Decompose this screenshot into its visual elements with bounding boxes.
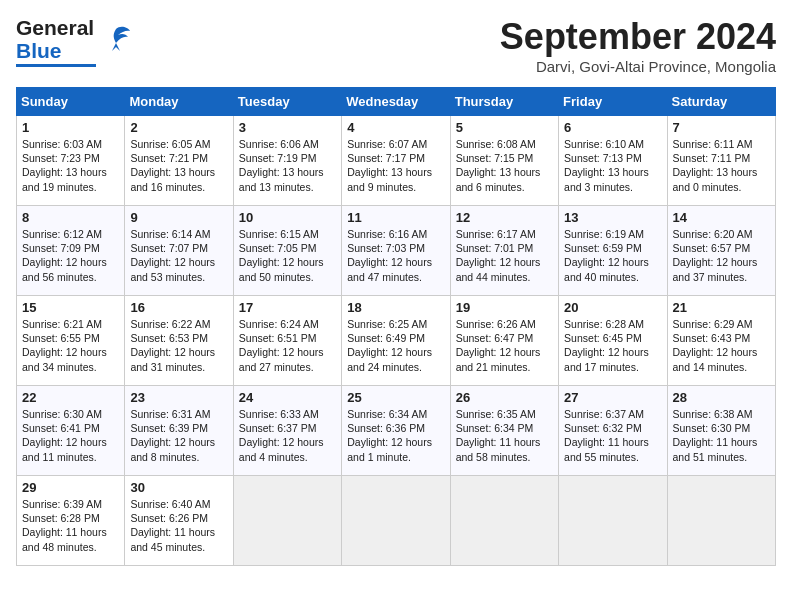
day-info: Daylight: 12 hours bbox=[130, 435, 227, 449]
title-block: September 2024 Darvi, Govi-Altai Provinc… bbox=[500, 16, 776, 75]
day-info: Sunrise: 6:17 AM bbox=[456, 227, 553, 241]
calendar-cell bbox=[342, 476, 450, 566]
day-info: Sunrise: 6:15 AM bbox=[239, 227, 336, 241]
day-info: Sunset: 6:39 PM bbox=[130, 421, 227, 435]
day-info: and 1 minute. bbox=[347, 450, 444, 464]
day-info: Daylight: 11 hours bbox=[22, 525, 119, 539]
day-info: Daylight: 12 hours bbox=[673, 345, 770, 359]
calendar-cell: 21Sunrise: 6:29 AMSunset: 6:43 PMDayligh… bbox=[667, 296, 775, 386]
day-info: Sunrise: 6:19 AM bbox=[564, 227, 661, 241]
calendar-cell: 14Sunrise: 6:20 AMSunset: 6:57 PMDayligh… bbox=[667, 206, 775, 296]
logo-bird-icon bbox=[98, 21, 134, 57]
day-number: 1 bbox=[22, 120, 119, 135]
calendar-cell bbox=[233, 476, 341, 566]
day-info: Daylight: 12 hours bbox=[347, 435, 444, 449]
day-info: Sunset: 6:55 PM bbox=[22, 331, 119, 345]
calendar-cell: 23Sunrise: 6:31 AMSunset: 6:39 PMDayligh… bbox=[125, 386, 233, 476]
calendar-cell bbox=[559, 476, 667, 566]
calendar-cell: 26Sunrise: 6:35 AMSunset: 6:34 PMDayligh… bbox=[450, 386, 558, 476]
day-info: Daylight: 13 hours bbox=[673, 165, 770, 179]
day-info: and 31 minutes. bbox=[130, 360, 227, 374]
day-info: and 14 minutes. bbox=[673, 360, 770, 374]
day-info: Daylight: 12 hours bbox=[22, 435, 119, 449]
day-info: Daylight: 12 hours bbox=[673, 255, 770, 269]
logo-divider bbox=[16, 64, 96, 67]
day-info: and 47 minutes. bbox=[347, 270, 444, 284]
day-info: and 44 minutes. bbox=[456, 270, 553, 284]
week-row-2: 8Sunrise: 6:12 AMSunset: 7:09 PMDaylight… bbox=[17, 206, 776, 296]
day-info: Daylight: 12 hours bbox=[22, 255, 119, 269]
header-row: SundayMondayTuesdayWednesdayThursdayFrid… bbox=[17, 88, 776, 116]
day-info: Sunset: 6:53 PM bbox=[130, 331, 227, 345]
day-info: Sunset: 7:17 PM bbox=[347, 151, 444, 165]
day-info: and 11 minutes. bbox=[22, 450, 119, 464]
day-info: Sunrise: 6:21 AM bbox=[22, 317, 119, 331]
day-info: Sunrise: 6:05 AM bbox=[130, 137, 227, 151]
day-info: Sunrise: 6:29 AM bbox=[673, 317, 770, 331]
day-info: Daylight: 11 hours bbox=[130, 525, 227, 539]
day-number: 8 bbox=[22, 210, 119, 225]
calendar-cell: 9Sunrise: 6:14 AMSunset: 7:07 PMDaylight… bbox=[125, 206, 233, 296]
calendar-cell: 2Sunrise: 6:05 AMSunset: 7:21 PMDaylight… bbox=[125, 116, 233, 206]
logo-blue: Blue bbox=[16, 39, 62, 62]
day-info: Sunrise: 6:07 AM bbox=[347, 137, 444, 151]
day-number: 2 bbox=[130, 120, 227, 135]
day-info: Sunrise: 6:22 AM bbox=[130, 317, 227, 331]
calendar-cell: 27Sunrise: 6:37 AMSunset: 6:32 PMDayligh… bbox=[559, 386, 667, 476]
calendar-cell: 4Sunrise: 6:07 AMSunset: 7:17 PMDaylight… bbox=[342, 116, 450, 206]
day-info: Daylight: 12 hours bbox=[564, 345, 661, 359]
day-number: 20 bbox=[564, 300, 661, 315]
day-info: Daylight: 12 hours bbox=[347, 255, 444, 269]
day-info: Daylight: 12 hours bbox=[130, 255, 227, 269]
day-number: 24 bbox=[239, 390, 336, 405]
day-info: Sunrise: 6:14 AM bbox=[130, 227, 227, 241]
day-info: and 48 minutes. bbox=[22, 540, 119, 554]
day-number: 28 bbox=[673, 390, 770, 405]
day-info: Sunset: 7:21 PM bbox=[130, 151, 227, 165]
day-info: Sunrise: 6:31 AM bbox=[130, 407, 227, 421]
calendar-cell: 11Sunrise: 6:16 AMSunset: 7:03 PMDayligh… bbox=[342, 206, 450, 296]
day-info: and 50 minutes. bbox=[239, 270, 336, 284]
day-info: Sunset: 6:41 PM bbox=[22, 421, 119, 435]
calendar-cell: 5Sunrise: 6:08 AMSunset: 7:15 PMDaylight… bbox=[450, 116, 558, 206]
day-info: Sunset: 6:30 PM bbox=[673, 421, 770, 435]
day-info: Sunrise: 6:34 AM bbox=[347, 407, 444, 421]
day-number: 21 bbox=[673, 300, 770, 315]
day-number: 7 bbox=[673, 120, 770, 135]
calendar-cell: 29Sunrise: 6:39 AMSunset: 6:28 PMDayligh… bbox=[17, 476, 125, 566]
day-info: Sunset: 6:26 PM bbox=[130, 511, 227, 525]
day-info: Sunset: 6:47 PM bbox=[456, 331, 553, 345]
day-info: Daylight: 13 hours bbox=[239, 165, 336, 179]
day-info: Sunrise: 6:24 AM bbox=[239, 317, 336, 331]
logo: General Blue bbox=[16, 16, 134, 67]
calendar-cell: 16Sunrise: 6:22 AMSunset: 6:53 PMDayligh… bbox=[125, 296, 233, 386]
calendar-cell: 17Sunrise: 6:24 AMSunset: 6:51 PMDayligh… bbox=[233, 296, 341, 386]
day-info: and 21 minutes. bbox=[456, 360, 553, 374]
day-info: Sunset: 6:43 PM bbox=[673, 331, 770, 345]
day-number: 30 bbox=[130, 480, 227, 495]
day-info: Sunrise: 6:20 AM bbox=[673, 227, 770, 241]
day-info: Sunrise: 6:08 AM bbox=[456, 137, 553, 151]
day-info: Daylight: 13 hours bbox=[456, 165, 553, 179]
day-info: Sunrise: 6:26 AM bbox=[456, 317, 553, 331]
day-info: Sunrise: 6:10 AM bbox=[564, 137, 661, 151]
day-info: and 51 minutes. bbox=[673, 450, 770, 464]
day-info: Sunrise: 6:40 AM bbox=[130, 497, 227, 511]
day-info: and 17 minutes. bbox=[564, 360, 661, 374]
day-info: and 19 minutes. bbox=[22, 180, 119, 194]
day-number: 25 bbox=[347, 390, 444, 405]
day-info: Sunset: 7:03 PM bbox=[347, 241, 444, 255]
day-info: Daylight: 13 hours bbox=[130, 165, 227, 179]
calendar-cell: 6Sunrise: 6:10 AMSunset: 7:13 PMDaylight… bbox=[559, 116, 667, 206]
day-info: Sunset: 6:59 PM bbox=[564, 241, 661, 255]
day-number: 12 bbox=[456, 210, 553, 225]
day-info: Sunrise: 6:16 AM bbox=[347, 227, 444, 241]
calendar-cell: 10Sunrise: 6:15 AMSunset: 7:05 PMDayligh… bbox=[233, 206, 341, 296]
day-info: Daylight: 12 hours bbox=[239, 435, 336, 449]
day-info: and 34 minutes. bbox=[22, 360, 119, 374]
day-info: and 27 minutes. bbox=[239, 360, 336, 374]
day-info: and 40 minutes. bbox=[564, 270, 661, 284]
day-info: Sunrise: 6:12 AM bbox=[22, 227, 119, 241]
day-info: and 0 minutes. bbox=[673, 180, 770, 194]
day-info: Sunset: 7:13 PM bbox=[564, 151, 661, 165]
